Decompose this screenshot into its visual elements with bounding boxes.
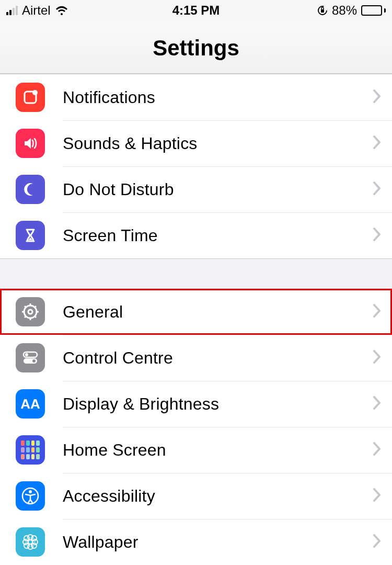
chevron-right-icon — [373, 534, 382, 550]
row-label: Notifications — [63, 88, 373, 107]
chevron-right-icon — [373, 89, 382, 105]
row-display[interactable]: AA Display & Brightness — [0, 381, 392, 427]
row-sounds[interactable]: Sounds & Haptics — [0, 120, 392, 166]
row-wallpaper[interactable]: Wallpaper — [0, 519, 392, 565]
clock: 4:15 PM — [0, 3, 392, 18]
svg-line-12 — [25, 316, 26, 318]
accessibility-icon — [16, 481, 45, 511]
row-general[interactable]: General — [0, 289, 392, 335]
chevron-right-icon — [373, 442, 382, 458]
speaker-icon — [16, 129, 45, 158]
svg-line-13 — [34, 306, 36, 308]
chevron-right-icon — [373, 182, 382, 197]
chevron-right-icon — [373, 488, 382, 504]
row-accessibility[interactable]: Accessibility — [0, 473, 392, 519]
row-label: General — [63, 302, 373, 322]
svg-point-5 — [28, 310, 32, 314]
row-label: Accessibility — [63, 487, 373, 506]
row-dnd[interactable]: Do Not Disturb — [0, 166, 392, 212]
row-screentime[interactable]: Screen Time — [0, 212, 392, 258]
row-homescreen[interactable]: Home Screen — [0, 427, 392, 473]
settings-group-1: Notifications Sounds & Haptics Do Not Di… — [0, 74, 392, 259]
moon-icon — [16, 175, 45, 204]
row-label: Sounds & Haptics — [63, 134, 373, 153]
text-size-icon: AA — [16, 389, 45, 419]
chevron-right-icon — [373, 135, 382, 151]
row-label: Screen Time — [63, 226, 373, 245]
flower-icon — [16, 527, 45, 557]
toggles-icon — [16, 343, 45, 372]
row-controlcentre[interactable]: Control Centre — [0, 335, 392, 381]
chevron-right-icon — [373, 396, 382, 412]
settings-group-2: General Control Centre AA Display & Brig… — [0, 288, 392, 565]
chevron-right-icon — [373, 304, 382, 320]
page-title: Settings — [0, 21, 392, 74]
svg-point-3 — [32, 90, 38, 95]
row-label: Control Centre — [63, 348, 373, 368]
notifications-icon — [16, 83, 45, 112]
row-label: Display & Brightness — [63, 394, 373, 414]
svg-point-19 — [29, 490, 32, 493]
svg-line-11 — [34, 316, 36, 318]
row-notifications[interactable]: Notifications — [0, 74, 392, 120]
gear-icon — [16, 297, 45, 326]
chevron-right-icon — [373, 228, 382, 243]
svg-point-15 — [25, 353, 28, 356]
svg-line-10 — [25, 306, 26, 308]
row-label: Do Not Disturb — [63, 180, 373, 199]
home-grid-icon — [16, 435, 45, 465]
svg-point-17 — [32, 359, 36, 363]
row-label: Wallpaper — [63, 533, 373, 552]
status-bar: Airtel 4:15 PM 88% — [0, 0, 392, 21]
hourglass-icon — [16, 221, 45, 250]
row-label: Home Screen — [63, 440, 373, 460]
chevron-right-icon — [373, 350, 382, 366]
